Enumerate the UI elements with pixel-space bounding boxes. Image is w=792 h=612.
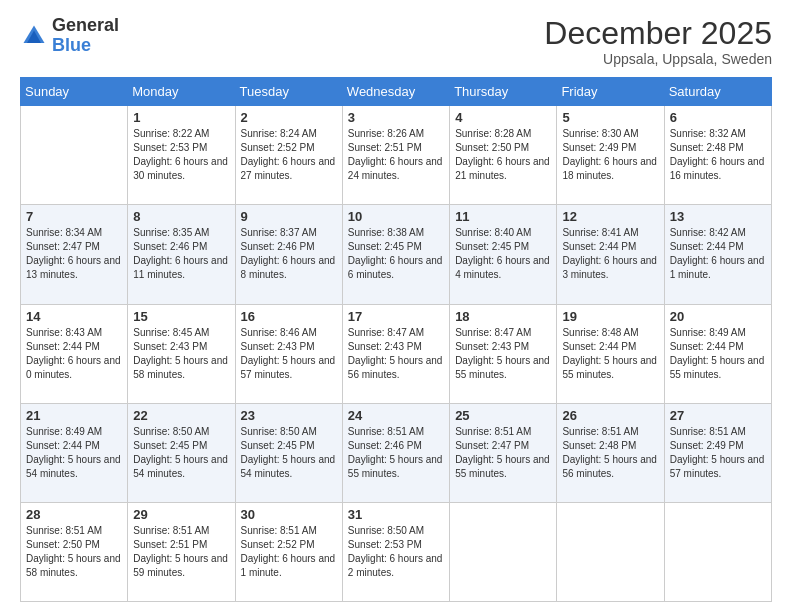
calendar-header-row: SundayMondayTuesdayWednesdayThursdayFrid… xyxy=(21,78,772,106)
day-number: 27 xyxy=(670,408,766,423)
calendar-cell: 24 Sunrise: 8:51 AMSunset: 2:46 PMDaylig… xyxy=(342,403,449,502)
calendar-cell: 9 Sunrise: 8:37 AMSunset: 2:46 PMDayligh… xyxy=(235,205,342,304)
calendar-cell xyxy=(557,502,664,601)
day-number: 5 xyxy=(562,110,658,125)
cell-info: Sunrise: 8:51 AMSunset: 2:51 PMDaylight:… xyxy=(133,525,228,578)
calendar-cell: 19 Sunrise: 8:48 AMSunset: 2:44 PMDaylig… xyxy=(557,304,664,403)
calendar-cell: 28 Sunrise: 8:51 AMSunset: 2:50 PMDaylig… xyxy=(21,502,128,601)
calendar-cell: 12 Sunrise: 8:41 AMSunset: 2:44 PMDaylig… xyxy=(557,205,664,304)
cell-info: Sunrise: 8:51 AMSunset: 2:49 PMDaylight:… xyxy=(670,426,765,479)
cell-info: Sunrise: 8:46 AMSunset: 2:43 PMDaylight:… xyxy=(241,327,336,380)
calendar-cell: 10 Sunrise: 8:38 AMSunset: 2:45 PMDaylig… xyxy=(342,205,449,304)
cell-info: Sunrise: 8:51 AMSunset: 2:48 PMDaylight:… xyxy=(562,426,657,479)
calendar-week-1: 1 Sunrise: 8:22 AMSunset: 2:53 PMDayligh… xyxy=(21,106,772,205)
logo-icon xyxy=(20,22,48,50)
cell-info: Sunrise: 8:51 AMSunset: 2:50 PMDaylight:… xyxy=(26,525,121,578)
cell-info: Sunrise: 8:49 AMSunset: 2:44 PMDaylight:… xyxy=(26,426,121,479)
calendar: SundayMondayTuesdayWednesdayThursdayFrid… xyxy=(20,77,772,602)
calendar-cell xyxy=(664,502,771,601)
calendar-cell: 17 Sunrise: 8:47 AMSunset: 2:43 PMDaylig… xyxy=(342,304,449,403)
day-number: 1 xyxy=(133,110,229,125)
day-header-thursday: Thursday xyxy=(450,78,557,106)
cell-info: Sunrise: 8:24 AMSunset: 2:52 PMDaylight:… xyxy=(241,128,336,181)
logo-general: General xyxy=(52,16,119,36)
calendar-cell: 3 Sunrise: 8:26 AMSunset: 2:51 PMDayligh… xyxy=(342,106,449,205)
cell-info: Sunrise: 8:34 AMSunset: 2:47 PMDaylight:… xyxy=(26,227,121,280)
day-number: 12 xyxy=(562,209,658,224)
calendar-cell xyxy=(450,502,557,601)
calendar-cell: 8 Sunrise: 8:35 AMSunset: 2:46 PMDayligh… xyxy=(128,205,235,304)
day-number: 19 xyxy=(562,309,658,324)
cell-info: Sunrise: 8:50 AMSunset: 2:53 PMDaylight:… xyxy=(348,525,443,578)
cell-info: Sunrise: 8:47 AMSunset: 2:43 PMDaylight:… xyxy=(348,327,443,380)
cell-info: Sunrise: 8:50 AMSunset: 2:45 PMDaylight:… xyxy=(241,426,336,479)
logo: General Blue xyxy=(20,16,119,56)
cell-info: Sunrise: 8:22 AMSunset: 2:53 PMDaylight:… xyxy=(133,128,228,181)
month-title: December 2025 xyxy=(544,16,772,51)
calendar-cell: 27 Sunrise: 8:51 AMSunset: 2:49 PMDaylig… xyxy=(664,403,771,502)
calendar-cell: 2 Sunrise: 8:24 AMSunset: 2:52 PMDayligh… xyxy=(235,106,342,205)
day-number: 25 xyxy=(455,408,551,423)
cell-info: Sunrise: 8:50 AMSunset: 2:45 PMDaylight:… xyxy=(133,426,228,479)
calendar-cell: 21 Sunrise: 8:49 AMSunset: 2:44 PMDaylig… xyxy=(21,403,128,502)
day-number: 23 xyxy=(241,408,337,423)
calendar-cell: 23 Sunrise: 8:50 AMSunset: 2:45 PMDaylig… xyxy=(235,403,342,502)
day-number: 16 xyxy=(241,309,337,324)
page: General Blue December 2025 Uppsala, Upps… xyxy=(0,0,792,612)
day-number: 28 xyxy=(26,507,122,522)
calendar-cell: 1 Sunrise: 8:22 AMSunset: 2:53 PMDayligh… xyxy=(128,106,235,205)
cell-info: Sunrise: 8:37 AMSunset: 2:46 PMDaylight:… xyxy=(241,227,336,280)
cell-info: Sunrise: 8:42 AMSunset: 2:44 PMDaylight:… xyxy=(670,227,765,280)
day-number: 26 xyxy=(562,408,658,423)
location: Uppsala, Uppsala, Sweden xyxy=(544,51,772,67)
calendar-week-2: 7 Sunrise: 8:34 AMSunset: 2:47 PMDayligh… xyxy=(21,205,772,304)
calendar-cell: 11 Sunrise: 8:40 AMSunset: 2:45 PMDaylig… xyxy=(450,205,557,304)
day-header-sunday: Sunday xyxy=(21,78,128,106)
logo-blue: Blue xyxy=(52,36,119,56)
calendar-cell: 13 Sunrise: 8:42 AMSunset: 2:44 PMDaylig… xyxy=(664,205,771,304)
cell-info: Sunrise: 8:26 AMSunset: 2:51 PMDaylight:… xyxy=(348,128,443,181)
title-block: December 2025 Uppsala, Uppsala, Sweden xyxy=(544,16,772,67)
cell-info: Sunrise: 8:45 AMSunset: 2:43 PMDaylight:… xyxy=(133,327,228,380)
day-number: 8 xyxy=(133,209,229,224)
cell-info: Sunrise: 8:40 AMSunset: 2:45 PMDaylight:… xyxy=(455,227,550,280)
calendar-cell: 5 Sunrise: 8:30 AMSunset: 2:49 PMDayligh… xyxy=(557,106,664,205)
day-number: 14 xyxy=(26,309,122,324)
calendar-week-3: 14 Sunrise: 8:43 AMSunset: 2:44 PMDaylig… xyxy=(21,304,772,403)
cell-info: Sunrise: 8:51 AMSunset: 2:47 PMDaylight:… xyxy=(455,426,550,479)
day-number: 9 xyxy=(241,209,337,224)
day-header-tuesday: Tuesday xyxy=(235,78,342,106)
cell-info: Sunrise: 8:49 AMSunset: 2:44 PMDaylight:… xyxy=(670,327,765,380)
day-number: 10 xyxy=(348,209,444,224)
calendar-cell: 26 Sunrise: 8:51 AMSunset: 2:48 PMDaylig… xyxy=(557,403,664,502)
calendar-cell: 14 Sunrise: 8:43 AMSunset: 2:44 PMDaylig… xyxy=(21,304,128,403)
cell-info: Sunrise: 8:43 AMSunset: 2:44 PMDaylight:… xyxy=(26,327,121,380)
day-number: 29 xyxy=(133,507,229,522)
calendar-cell: 25 Sunrise: 8:51 AMSunset: 2:47 PMDaylig… xyxy=(450,403,557,502)
cell-info: Sunrise: 8:38 AMSunset: 2:45 PMDaylight:… xyxy=(348,227,443,280)
logo-text: General Blue xyxy=(52,16,119,56)
day-number: 22 xyxy=(133,408,229,423)
day-number: 6 xyxy=(670,110,766,125)
day-number: 18 xyxy=(455,309,551,324)
calendar-cell: 7 Sunrise: 8:34 AMSunset: 2:47 PMDayligh… xyxy=(21,205,128,304)
header: General Blue December 2025 Uppsala, Upps… xyxy=(20,16,772,67)
day-number: 2 xyxy=(241,110,337,125)
day-number: 20 xyxy=(670,309,766,324)
calendar-cell: 15 Sunrise: 8:45 AMSunset: 2:43 PMDaylig… xyxy=(128,304,235,403)
calendar-cell: 16 Sunrise: 8:46 AMSunset: 2:43 PMDaylig… xyxy=(235,304,342,403)
day-header-friday: Friday xyxy=(557,78,664,106)
calendar-cell: 30 Sunrise: 8:51 AMSunset: 2:52 PMDaylig… xyxy=(235,502,342,601)
day-number: 7 xyxy=(26,209,122,224)
cell-info: Sunrise: 8:51 AMSunset: 2:46 PMDaylight:… xyxy=(348,426,443,479)
day-header-wednesday: Wednesday xyxy=(342,78,449,106)
calendar-cell: 22 Sunrise: 8:50 AMSunset: 2:45 PMDaylig… xyxy=(128,403,235,502)
cell-info: Sunrise: 8:51 AMSunset: 2:52 PMDaylight:… xyxy=(241,525,336,578)
cell-info: Sunrise: 8:48 AMSunset: 2:44 PMDaylight:… xyxy=(562,327,657,380)
cell-info: Sunrise: 8:35 AMSunset: 2:46 PMDaylight:… xyxy=(133,227,228,280)
calendar-week-4: 21 Sunrise: 8:49 AMSunset: 2:44 PMDaylig… xyxy=(21,403,772,502)
calendar-cell: 18 Sunrise: 8:47 AMSunset: 2:43 PMDaylig… xyxy=(450,304,557,403)
calendar-cell: 6 Sunrise: 8:32 AMSunset: 2:48 PMDayligh… xyxy=(664,106,771,205)
calendar-cell: 31 Sunrise: 8:50 AMSunset: 2:53 PMDaylig… xyxy=(342,502,449,601)
day-header-monday: Monday xyxy=(128,78,235,106)
